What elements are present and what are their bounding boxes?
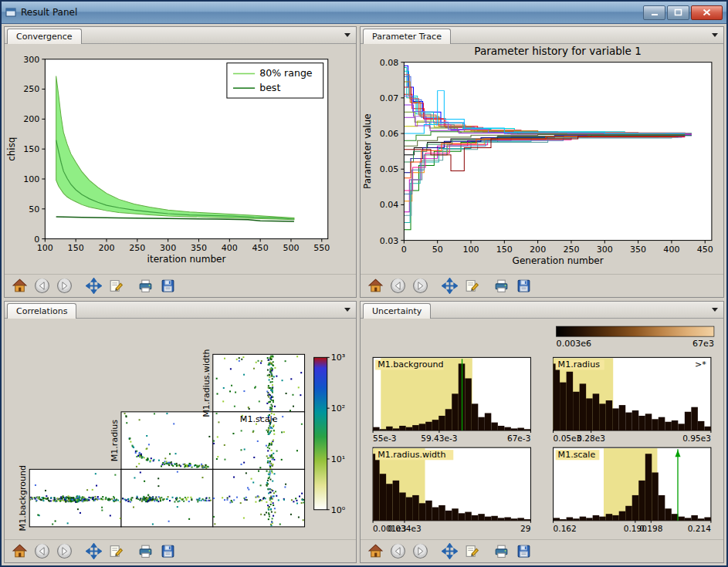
edit-button[interactable] — [461, 276, 483, 295]
correlations-figure: M1.radius.widthM1.radiusM1.backgroundM1.… — [5, 319, 356, 539]
svg-text:0.06: 0.06 — [380, 129, 399, 139]
svg-text:0.07: 0.07 — [380, 93, 399, 103]
save-button[interactable] — [157, 276, 179, 295]
tab-convergence[interactable]: Convergence — [7, 29, 82, 44]
convergence-tabbar: Convergence — [5, 27, 356, 44]
tab-list-dropdown-icon[interactable] — [344, 33, 350, 37]
tab-uncertainty[interactable]: Uncertainty — [363, 303, 431, 319]
save-button[interactable] — [513, 276, 535, 295]
svg-text:200: 200 — [23, 114, 39, 124]
home-icon — [12, 543, 28, 559]
close-button[interactable] — [691, 5, 723, 20]
svg-text:300: 300 — [160, 243, 176, 253]
svg-text:200: 200 — [98, 243, 114, 253]
print-button[interactable] — [490, 276, 513, 295]
save-button[interactable] — [157, 542, 179, 561]
pan-button[interactable] — [83, 276, 105, 295]
svg-text:100: 100 — [23, 174, 39, 184]
legend-label: 80% range — [259, 68, 312, 79]
svg-text:29: 29 — [520, 524, 530, 533]
pan-button[interactable] — [83, 542, 105, 561]
back-button[interactable] — [31, 276, 53, 295]
correlation-axis-label: M1.background — [18, 465, 28, 532]
uncertainty-chart: 0.003e667e3M1.background55e-359.43e-367e… — [361, 319, 723, 539]
correlations-chart: M1.radius.widthM1.radiusM1.backgroundM1.… — [5, 319, 356, 539]
save-icon — [516, 278, 532, 294]
convergence-xlabel: iteration number — [147, 254, 226, 265]
window-controls — [642, 5, 723, 20]
home-button[interactable] — [8, 542, 31, 561]
tab-correlations[interactable]: Correlations — [7, 303, 76, 319]
edit-button[interactable] — [461, 542, 483, 561]
tab-parameter-trace[interactable]: Parameter Trace — [363, 29, 451, 44]
edit-button[interactable] — [105, 276, 127, 295]
print-icon — [493, 543, 510, 559]
svg-text:350: 350 — [630, 245, 646, 255]
svg-text:0.034e3: 0.034e3 — [388, 524, 421, 533]
trace-toolbar — [361, 274, 723, 297]
svg-text:400: 400 — [663, 245, 679, 255]
forward-icon — [412, 543, 428, 559]
svg-text:67e3: 67e3 — [692, 339, 714, 349]
back-button[interactable] — [387, 542, 409, 561]
uncertainty-toolbar — [361, 539, 723, 562]
forward-button[interactable] — [409, 276, 432, 295]
svg-text:0.214: 0.214 — [688, 524, 712, 533]
svg-text:250: 250 — [129, 243, 145, 253]
maximize-button[interactable] — [667, 5, 689, 20]
tab-list-dropdown-icon[interactable] — [344, 308, 350, 312]
uncertainty-colorbar — [557, 326, 714, 336]
edit-icon — [464, 543, 480, 559]
home-button[interactable] — [364, 276, 387, 295]
print-button[interactable] — [134, 276, 157, 295]
tab-list-dropdown-icon[interactable] — [712, 308, 718, 312]
best-value-marker: >* — [695, 359, 706, 370]
histogram-title: M1.radius — [558, 359, 601, 370]
back-icon — [34, 278, 50, 294]
svg-text:0.003e6: 0.003e6 — [557, 339, 592, 349]
window-title: Result Panel — [21, 7, 77, 18]
histogram-title: M1.radius.width — [378, 450, 445, 460]
pan-button[interactable] — [438, 542, 461, 561]
svg-text:550: 550 — [313, 243, 330, 253]
tab-list-dropdown-icon[interactable] — [712, 33, 718, 37]
forward-button[interactable] — [53, 542, 76, 561]
svg-text:0.04: 0.04 — [380, 200, 399, 210]
edit-icon — [108, 543, 124, 559]
forward-icon — [56, 543, 73, 559]
minimize-icon — [651, 9, 659, 16]
svg-text:67e-3: 67e-3 — [507, 434, 530, 443]
svg-text:0.95e3: 0.95e3 — [682, 434, 711, 443]
correlation-axis-label: M1.radius.width — [201, 349, 212, 417]
forward-button[interactable] — [409, 542, 432, 561]
panel-grid: Convergence 0501001502002503001001502002… — [2, 24, 726, 565]
correlations-toolbar — [5, 539, 356, 562]
correlation-axis-label: M1.scale — [240, 414, 278, 424]
uncertainty-tabbar: Uncertainty — [361, 302, 723, 319]
svg-text:0.08: 0.08 — [380, 58, 399, 68]
titlebar[interactable]: Result Panel — [2, 2, 726, 24]
svg-text:10³: 10³ — [331, 353, 346, 363]
save-button[interactable] — [513, 542, 535, 561]
print-button[interactable] — [490, 542, 513, 561]
pan-icon — [442, 278, 458, 294]
back-button[interactable] — [31, 542, 53, 561]
print-button[interactable] — [134, 542, 157, 561]
svg-text:100: 100 — [37, 243, 53, 253]
panel-convergence: Convergence 0501001502002503001001502002… — [4, 26, 357, 298]
home-button[interactable] — [364, 542, 387, 561]
trace-xlabel: Generation number — [513, 255, 604, 266]
edit-button[interactable] — [105, 542, 127, 561]
edit-icon — [108, 278, 124, 294]
svg-text:200: 200 — [530, 245, 546, 255]
correlation-colorbar — [314, 357, 327, 509]
home-button[interactable] — [8, 276, 31, 295]
pan-button[interactable] — [438, 276, 461, 295]
forward-button[interactable] — [53, 276, 76, 295]
svg-text:300: 300 — [23, 55, 39, 65]
back-button[interactable] — [387, 276, 409, 295]
minimize-button[interactable] — [643, 5, 665, 20]
svg-text:0.28e3: 0.28e3 — [577, 434, 605, 443]
svg-text:0.162: 0.162 — [554, 524, 577, 533]
home-icon — [367, 278, 384, 294]
